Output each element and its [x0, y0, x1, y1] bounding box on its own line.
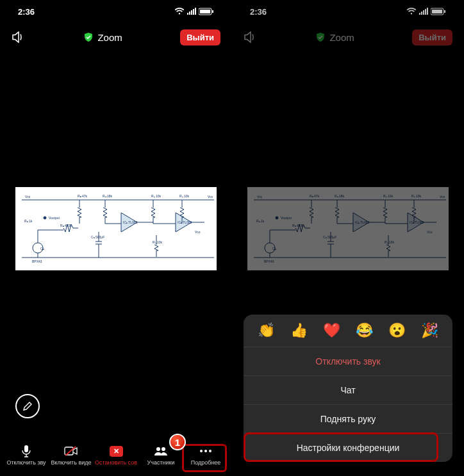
svg-text:Voutput: Voutput: [49, 216, 60, 220]
more-label: Подробнее: [191, 459, 221, 466]
clock-time: 2:36: [18, 7, 35, 17]
reaction-row: 👏 👍 ❤️ 😂 😮 🎉: [244, 315, 452, 347]
participants-label: Участники: [147, 459, 175, 466]
title-text: Zoom: [329, 32, 354, 43]
status-bar: 2:36: [232, 0, 464, 23]
svg-rect-28: [65, 447, 73, 455]
svg-text:R₈ 10k: R₈ 10k: [411, 194, 422, 198]
menu-raise-hand[interactable]: Поднять руку: [244, 405, 452, 434]
more-menu: 👏 👍 ❤️ 😂 😮 🎉 Отключить звук Чат Поднять …: [244, 315, 452, 462]
svg-text:BPX43: BPX43: [32, 259, 42, 263]
leave-button[interactable]: Выйти: [412, 29, 452, 45]
meeting-top-bar: Zoom Выйти: [232, 23, 464, 51]
svg-rect-35: [419, 13, 420, 15]
reaction-laugh[interactable]: 😂: [356, 322, 373, 339]
svg-text:Vcc: Vcc: [25, 195, 31, 199]
svg-text:Q₁: Q₁: [40, 247, 44, 250]
svg-rect-27: [24, 445, 28, 452]
microphone-icon: [21, 445, 31, 457]
svg-point-34: [209, 450, 211, 452]
svg-text:Vco: Vco: [195, 230, 201, 234]
svg-text:R₄ 18k: R₄ 18k: [103, 194, 113, 198]
speaker-icon[interactable]: [244, 31, 258, 43]
svg-text:C₁ 500μF: C₁ 500μF: [323, 235, 336, 239]
svg-rect-7: [212, 10, 213, 13]
meeting-bottom-bar: Отключить зву Включить виде ✕ Остановить…: [0, 438, 232, 476]
shared-content: Vcc R₃ 47k R₄ 18k R₆ 10k R₈ 10k Voutput …: [247, 187, 449, 270]
svg-text:C₁ 500μF: C₁ 500μF: [91, 235, 104, 239]
svg-rect-2: [191, 10, 192, 15]
video-button[interactable]: Включить виде: [49, 444, 94, 466]
svg-point-33: [204, 450, 207, 452]
svg-rect-42: [444, 10, 445, 13]
reaction-clap[interactable]: 👏: [258, 322, 275, 339]
meeting-title: Zoom: [83, 32, 122, 43]
svg-text:R₆ 10k: R₆ 10k: [383, 194, 394, 198]
circuit-diagram: Vcc R₃ 47k R₄ 18k R₆ 10k R₈ 10k Voutput …: [15, 187, 217, 270]
shield-icon: [83, 32, 94, 42]
battery-icon: [431, 8, 446, 15]
reaction-thumbs-up[interactable]: 👍: [290, 322, 308, 339]
signal-icon: [419, 8, 428, 15]
mute-button[interactable]: Отключить зву: [4, 444, 49, 466]
svg-text:R₃ 47k: R₃ 47k: [78, 194, 88, 198]
speaker-icon[interactable]: [12, 31, 26, 43]
menu-mute-audio[interactable]: Отключить звук: [244, 347, 452, 376]
reaction-wow[interactable]: 😮: [388, 322, 406, 339]
svg-text:Q₁: Q₁: [272, 247, 276, 250]
svg-rect-38: [425, 9, 426, 15]
shared-content: Vcc R₃ 47k R₄ 18k R₆ 10k R₈ 10k Voutput …: [15, 187, 217, 270]
svg-text:R₃ 47k: R₃ 47k: [310, 194, 320, 198]
svg-text:R₈ 10k: R₈ 10k: [179, 194, 190, 198]
participants-icon: [154, 446, 168, 456]
svg-text:R₅ 10k: R₅ 10k: [385, 240, 395, 244]
phone-screen-left: 2:36 Zoom Выйти: [0, 0, 232, 476]
meeting-title: Zoom: [315, 32, 354, 43]
reaction-party[interactable]: 🎉: [421, 322, 438, 339]
svg-text:R₂ 470k: R₂ 470k: [60, 224, 72, 227]
signal-icon: [187, 8, 196, 15]
svg-text:R₅ 10k: R₅ 10k: [153, 240, 163, 244]
wifi-icon: [406, 8, 417, 15]
menu-chat[interactable]: Чат: [244, 376, 452, 405]
menu-meeting-settings[interactable]: Настройки конференции: [244, 434, 452, 462]
status-bar: 2:36: [0, 0, 232, 23]
status-icons: [174, 8, 214, 15]
svg-rect-41: [432, 10, 442, 13]
svg-text:R₆ 10k: R₆ 10k: [151, 194, 162, 198]
svg-text:R₄ 18k: R₄ 18k: [335, 194, 345, 198]
more-button[interactable]: Подробнее: [183, 444, 228, 466]
svg-text:Voutput: Voutput: [281, 216, 292, 220]
status-icons: [406, 8, 446, 15]
pencil-icon: [22, 401, 33, 411]
stop-share-button[interactable]: ✕ Остановить сов: [94, 444, 138, 466]
svg-rect-0: [187, 13, 188, 15]
video-off-icon: [64, 446, 78, 456]
video-label: Включить виде: [51, 459, 92, 466]
svg-text:Vcc: Vcc: [208, 195, 213, 199]
phone-screen-right: 2:36 Zoom Выйти: [232, 0, 464, 476]
shield-icon: [315, 32, 326, 42]
svg-rect-1: [189, 12, 190, 15]
svg-text:Vcc: Vcc: [440, 195, 445, 199]
circuit-diagram: Vcc R₃ 47k R₄ 18k R₆ 10k R₈ 10k Voutput …: [247, 187, 449, 270]
stop-share-label: Остановить сов: [95, 459, 137, 466]
svg-text:Vco: Vco: [427, 230, 433, 234]
svg-text:IC₂ TL082: IC₂ TL082: [178, 220, 192, 224]
svg-text:IC₁ TL082: IC₁ TL082: [355, 220, 370, 224]
svg-text:IC₁ TL082: IC₁ TL082: [123, 220, 138, 224]
svg-point-30: [156, 447, 160, 451]
svg-text:R₁ 1k: R₁ 1k: [24, 219, 33, 223]
battery-icon: [199, 8, 214, 15]
mute-label: Отключить зву: [6, 459, 46, 466]
leave-button[interactable]: Выйти: [180, 29, 220, 45]
title-text: Zoom: [97, 32, 122, 43]
reaction-heart[interactable]: ❤️: [323, 322, 340, 339]
svg-line-29: [65, 447, 76, 455]
svg-rect-39: [427, 8, 428, 15]
svg-point-45: [276, 217, 278, 219]
annotate-button[interactable]: [15, 394, 40, 418]
participants-button[interactable]: Участники: [138, 444, 183, 466]
meeting-top-bar: Zoom Выйти: [0, 23, 232, 51]
wifi-icon: [174, 8, 185, 15]
